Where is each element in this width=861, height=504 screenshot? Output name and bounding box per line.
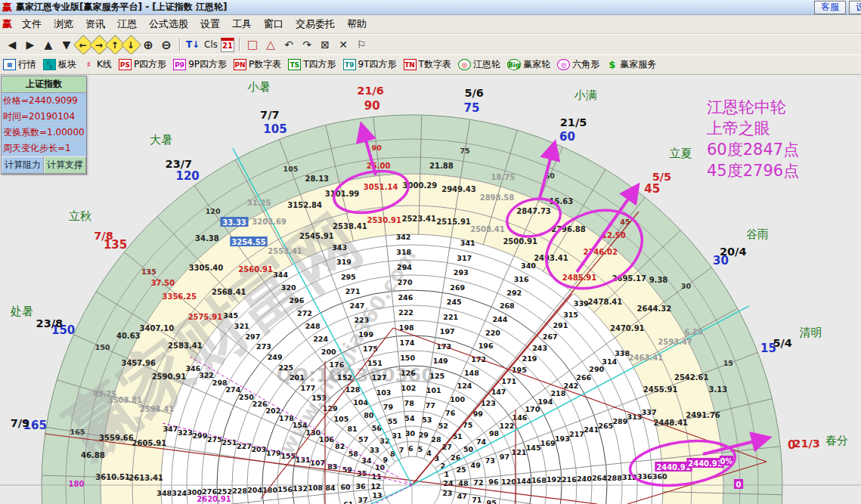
spiral-number: 322 [199, 371, 214, 379]
flag-tool-button[interactable]: ⚐ [353, 37, 370, 52]
rotate-cw-button[interactable]: ↷ [299, 37, 315, 52]
menu-item-帮助[interactable]: 帮助 [341, 16, 373, 32]
spiral-number: 269 [450, 283, 465, 292]
percent-value: 25.00 [367, 162, 391, 170]
calc-support-button[interactable]: 计算支撑 [44, 156, 86, 174]
spiral-number: 298 [212, 379, 228, 387]
partial-edge-button[interactable]: 设置 [849, 1, 861, 14]
back-button[interactable]: ◀ [4, 37, 20, 52]
zoom-in-button[interactable]: ⊕ [140, 37, 156, 52]
spiral-number: 201 [290, 373, 305, 382]
price-outer-value: 3101.99 [325, 190, 360, 198]
chart-mode-9P四方形[interactable]: P99P四方形 [173, 58, 227, 71]
price-inner-value: 2530.91 [367, 216, 401, 224]
spiral-number: 299 [192, 431, 207, 440]
chart-mode-赢家服务[interactable]: $赢家服务 [606, 58, 656, 71]
square-tool-button[interactable]: □ [244, 37, 261, 52]
title-bar: 赢 赢家江恩专业版[赢家服务平台] - [上证指数 江恩轮] 客服 设置 [0, 0, 861, 15]
chart-mode-P四方形[interactable]: PSP四方形 [119, 58, 166, 71]
spiral-number: 240 [577, 475, 592, 483]
chart-mode-label: 赢家服务 [620, 58, 656, 71]
cross-tool-button[interactable]: ✕ [335, 37, 352, 52]
percent-value: 40.63 [116, 332, 141, 340]
spiral-number: 24 [443, 479, 454, 487]
spiral-number: 126 [401, 369, 416, 377]
price-inner-value: 2598.41 [140, 405, 175, 413]
menu-item-资讯[interactable]: 资讯 [79, 16, 111, 32]
menu-item-文件[interactable]: 文件 [16, 16, 48, 32]
close-all-button[interactable]: Cls [203, 37, 219, 52]
chart-mode-行情[interactable]: ▦行情 [3, 58, 36, 71]
menu-item-江恩[interactable]: 江恩 [111, 16, 143, 32]
chart-mode-K线[interactable]: ♯K线 [83, 58, 112, 71]
forward-button[interactable]: ▶ [22, 37, 39, 52]
spiral-number: 344 [273, 271, 288, 279]
spiral-number: 338 [615, 349, 630, 357]
degree-ring-value: 75 [460, 147, 469, 155]
chart-mode-板块[interactable]: ▚板块 [43, 58, 76, 71]
spiral-number: 179 [266, 449, 281, 457]
spiral-number: 337 [642, 408, 657, 416]
spiral-number: 294 [397, 263, 412, 271]
spiral-number: 176 [329, 360, 344, 369]
chart-mode-赢家轮[interactable]: Big赢家轮 [507, 58, 550, 71]
app-logo-icon: 赢 [2, 1, 12, 14]
calendar-button[interactable]: 21 [221, 38, 234, 52]
calc-resistance-button[interactable]: 计算阻力 [2, 156, 44, 174]
chart-mode-六角形[interactable]: ◎六角形 [557, 58, 599, 71]
annotation-line: 60度2847点 [707, 139, 799, 160]
outer-degree-label: 120 [176, 169, 200, 183]
rotate-ccw-button[interactable]: ↶ [280, 37, 297, 52]
solar-date-label: 5/5 [652, 171, 671, 183]
spiral-number: 321 [234, 322, 249, 330]
degree-ring-value: 105 [283, 165, 299, 173]
customer-service-button[interactable]: 客服 [814, 1, 846, 14]
menu-item-公式选股[interactable]: 公式选股 [143, 16, 194, 32]
spiral-number: 342 [396, 233, 411, 241]
spiral-number: 30 [405, 429, 416, 438]
K线-icon: ♯ [83, 60, 94, 70]
spiral-number: 243 [532, 344, 547, 352]
annotation-line: 45度2796点 [707, 160, 799, 181]
move-down-button[interactable]: ↓ [121, 35, 141, 55]
percent-value: 46.88 [81, 451, 105, 459]
solar-date-label: 20/4 [720, 246, 747, 258]
price-outer-value: 3305.40 [189, 264, 224, 272]
price-outer-value: 3407.10 [140, 324, 175, 332]
menu-item-设置[interactable]: 设置 [194, 16, 226, 32]
menu-item-交易委托[interactable]: 交易委托 [290, 16, 341, 32]
degree-ring-value: 30 [681, 282, 692, 290]
percent-value: 3.13 [709, 385, 728, 394]
grid-tool-button[interactable]: ⊠ [317, 37, 333, 52]
menu-item-工具[interactable]: 工具 [226, 16, 258, 32]
spiral-number: 78 [404, 399, 415, 407]
spiral-number: 223 [354, 316, 369, 324]
menu-item-浏览[interactable]: 浏览 [48, 16, 79, 32]
degree-ring-value: 120 [206, 207, 221, 215]
up-button[interactable]: ▲ [40, 37, 57, 52]
menu-item-窗口[interactable]: 窗口 [258, 16, 290, 32]
spiral-number: 289 [612, 417, 627, 425]
triangle-tool-button[interactable]: △ [262, 37, 279, 52]
solar-date-label: 7/9 [11, 417, 29, 429]
spiral-number: 8 [390, 450, 395, 458]
chart-mode-T数字表[interactable]: TNT数字表 [404, 58, 451, 71]
chart-mode-江恩轮[interactable]: ◎江恩轮 [458, 58, 500, 71]
spiral-number: 23 [442, 489, 452, 497]
chart-mode-T四方形[interactable]: TST四方形 [288, 58, 336, 71]
spiral-number: 71 [472, 496, 482, 504]
highlight-value: 2440.91 [688, 459, 723, 468]
spiral-number: 54 [404, 414, 415, 422]
sort-button[interactable]: T↓ [184, 37, 201, 52]
spiral-number: 218 [550, 389, 565, 397]
price-outer-value: 3152.84 [287, 201, 322, 209]
highlight-value: 3254.55 [231, 238, 266, 246]
spiral-number: 249 [268, 353, 283, 361]
zoom-out-button[interactable]: ⊖ [158, 37, 175, 52]
spiral-number: 47 [457, 492, 467, 500]
price-inner-value: 2500.91 [503, 237, 537, 246]
solar-term-label: 大暑 [150, 133, 172, 147]
chart-mode-9T四方形[interactable]: T99T四方形 [343, 58, 397, 71]
chart-mode-P数字表[interactable]: PNP数字表 [234, 58, 281, 71]
price-inner-value: 2575.91 [188, 313, 223, 321]
